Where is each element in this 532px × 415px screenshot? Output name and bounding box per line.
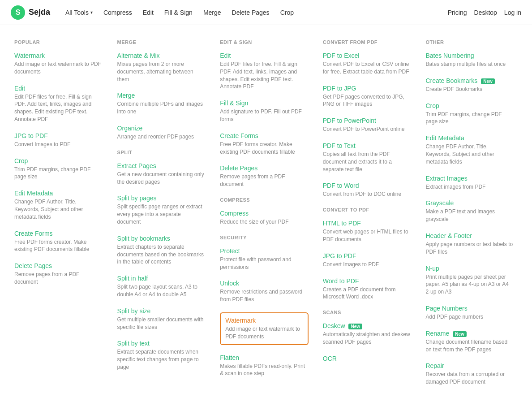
tool-extract-pages-desc: Get a new document containing only the d… (117, 171, 206, 186)
tool-page-numbers[interactable]: Page Numbers (425, 305, 514, 312)
edit-section-title: EDIT & SIGN (220, 39, 309, 45)
nav-edit[interactable]: Edit (138, 6, 158, 19)
tool-split-half-desc: Split two page layout scans, A3 to doubl… (117, 283, 206, 298)
tool-jpg-pdf2[interactable]: JPG to PDF (323, 252, 412, 259)
tool-delete-pages[interactable]: Delete Pages (14, 262, 103, 269)
tool-edit[interactable]: Edit (14, 85, 103, 92)
tool-repair[interactable]: Repair (425, 362, 514, 369)
tool-edit2[interactable]: Edit (220, 52, 309, 59)
tool-pdf-jpg[interactable]: PDF to JPG (323, 85, 412, 92)
scans-section-title: SCANS (323, 310, 412, 315)
nav-pricing[interactable]: Pricing (448, 9, 467, 16)
tool-extract-images-desc: Extract images from PDF (425, 183, 514, 191)
nav-login[interactable]: Log in (504, 9, 521, 16)
tool-split-bookmarks[interactable]: Split by bookmarks (117, 235, 206, 242)
tool-ocr[interactable]: OCR (323, 355, 412, 362)
tool-pdf-ppt[interactable]: PDF to PowerPoint (323, 117, 412, 124)
tool-split-text[interactable]: Split by text (117, 340, 206, 347)
tool-extract-pages[interactable]: Extract Pages (117, 162, 206, 169)
tool-unlock[interactable]: Unlock (220, 280, 309, 287)
tool-split-pages[interactable]: Split by pages (117, 195, 206, 202)
tool-crop2-desc: Trim PDF margins, change PDF page size (425, 111, 514, 126)
tool-split-size[interactable]: Split by size (117, 307, 206, 315)
merge-column: MERGE Alternate & Mix Mixes pages from 2… (110, 39, 213, 395)
list-item: N-up Print multiple pages per sheet per … (425, 265, 514, 296)
tool-deskew-desc: Automatically straighten and deskew scan… (323, 331, 412, 346)
tool-compress[interactable]: Compress (220, 210, 309, 217)
tool-html-pdf[interactable]: HTML to PDF (323, 220, 412, 227)
tool-header-footer-desc: Apply page numbers or text labels to PDF… (425, 241, 514, 256)
tool-organize[interactable]: Organize (117, 125, 206, 132)
list-item: Edit Metadata Change PDF Author, Title, … (14, 190, 103, 220)
tool-pdf-excel[interactable]: PDF to Excel (323, 52, 412, 59)
tool-pdf-text[interactable]: PDF to Text (323, 142, 412, 149)
tool-create-bookmarks[interactable]: Create Bookmarks New (425, 77, 514, 84)
tool-create-forms2[interactable]: Create Forms (220, 132, 309, 139)
nav-fill-sign[interactable]: Fill & Sign (160, 6, 197, 19)
tool-rename[interactable]: Rename New (425, 330, 514, 337)
tool-deskew[interactable]: Deskew New (323, 322, 412, 329)
tool-watermark-highlighted[interactable]: Watermark Add image or text watermark to… (220, 312, 309, 345)
nav-merge[interactable]: Merge (199, 6, 226, 19)
tool-pdf-word[interactable]: PDF to Word (323, 182, 412, 189)
list-item: Crop Trim PDF margins, change PDF page s… (425, 102, 514, 126)
tool-edit-metadata2[interactable]: Edit Metadata (425, 134, 514, 142)
tool-pdf-excel-desc: Convert PDF to Excel or CSV online for f… (323, 61, 412, 76)
tool-unlock-desc: Remove restrictions and password from PD… (220, 288, 309, 303)
tool-watermark[interactable]: Watermark (14, 52, 103, 59)
list-item: OCR (323, 355, 412, 362)
tool-page-numbers-desc: Add PDF page numbers (425, 313, 514, 321)
tool-flatten[interactable]: Flatten (220, 354, 309, 361)
logo-icon: S (11, 5, 25, 20)
nav-delete-pages[interactable]: Delete Pages (227, 6, 274, 19)
tool-protect-desc: Protect file with password and permissio… (220, 256, 309, 271)
tool-protect[interactable]: Protect (220, 247, 309, 255)
tool-bates[interactable]: Bates Numbering (425, 52, 514, 59)
tool-nup[interactable]: N-up (425, 265, 514, 272)
nav-all-tools[interactable]: All Tools ▾ (61, 6, 97, 19)
create-bookmarks-badge: New (481, 78, 495, 84)
logo[interactable]: S Sejda (11, 5, 50, 20)
merge-section-title: MERGE (117, 39, 206, 45)
tool-split-pages-desc: Split specific page ranges or extract ev… (117, 203, 206, 225)
tool-delete-pages2[interactable]: Delete Pages (220, 164, 309, 172)
list-item: PDF to Text Copies all text from the PDF… (323, 142, 412, 173)
popular-column: POPULAR Watermark Add image or text wate… (11, 39, 110, 395)
compress-section-title: COMPRESS (220, 197, 309, 203)
tool-crop2[interactable]: Crop (425, 102, 514, 109)
tool-merge[interactable]: Merge (117, 92, 206, 99)
tool-pdf-ppt-desc: Convert PDF to PowerPoint online (323, 125, 412, 133)
tool-word-pdf[interactable]: Word to PDF (323, 277, 412, 285)
tool-crop[interactable]: Crop (14, 157, 103, 164)
tool-edit-metadata[interactable]: Edit Metadata (14, 190, 103, 197)
list-item: Split by bookmarks Extract chapters to s… (117, 235, 206, 266)
list-item: Delete Pages Remove pages from a PDF doc… (14, 262, 103, 286)
nav-compress[interactable]: Compress (99, 6, 137, 19)
nav-crop[interactable]: Crop (276, 6, 298, 19)
list-item: Fill & Sign Add signature to PDF. Fill o… (220, 99, 309, 123)
list-item: Organize Arrange and reorder PDF pages (117, 125, 206, 141)
tool-alternate-mix[interactable]: Alternate & Mix (117, 52, 206, 59)
tool-extract-images[interactable]: Extract Images (425, 175, 514, 182)
tool-header-footer[interactable]: Header & Footer (425, 232, 514, 239)
list-item: Create Bookmarks New Create PDF Bookmark… (425, 77, 514, 93)
tool-nup-desc: Print multiple pages per sheet per paper… (425, 273, 514, 296)
nav-desktop[interactable]: Desktop (474, 9, 497, 16)
list-item: Edit Metadata Change PDF Author, Title, … (425, 134, 514, 165)
rename-badge: New (453, 331, 467, 337)
tool-flatten-desc: Makes fillable PDFs read-only. Print & s… (220, 363, 309, 378)
list-item: Unlock Remove restrictions and password … (220, 280, 309, 303)
list-item: PDF to JPG Get PDF pages converted to JP… (323, 85, 412, 108)
tool-jpg-pdf[interactable]: JPG to PDF (14, 132, 103, 139)
tool-delete-pages-desc: Remove pages from a PDF document (14, 271, 103, 286)
tool-fill-sign[interactable]: Fill & Sign (220, 99, 309, 107)
list-item: PDF to Excel Convert PDF to Excel or CSV… (323, 52, 412, 76)
tool-create-forms[interactable]: Create Forms (14, 230, 103, 237)
tool-watermark2[interactable]: Watermark (225, 317, 303, 324)
list-item: HTML to PDF Convert web pages or HTML fi… (323, 220, 412, 243)
tool-alternate-mix-desc: Mixes pages from 2 or more documents, al… (117, 61, 206, 83)
tool-grayscale[interactable]: Grayscale (425, 199, 514, 207)
tool-bates-desc: Bates stamp multiple files at once (425, 61, 514, 68)
list-item: Repair Recover data from a corrupted or … (425, 362, 514, 386)
tool-split-half[interactable]: Split in half (117, 275, 206, 282)
